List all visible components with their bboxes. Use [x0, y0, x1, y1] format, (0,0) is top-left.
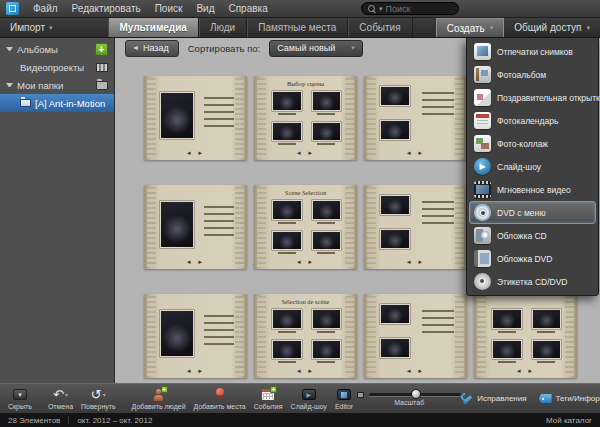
dvd-template-thumbnail[interactable]: Scene Selection — [254, 185, 357, 269]
import-label: Импорт — [10, 22, 45, 33]
dvd-template-thumbnail[interactable]: Выбор сцены — [254, 76, 357, 160]
sort-by-label: Сортировать по: — [188, 43, 260, 54]
create-menu-item[interactable]: Слайд-шоу — [469, 155, 596, 178]
scene-boxes — [272, 91, 341, 145]
create-menu-item[interactable]: Фотокалендарь — [469, 109, 596, 132]
create-menu: Отпечатки снимковФотоальбомПоздравительн… — [466, 38, 599, 296]
dvd-template-thumbnail[interactable]: Sélection de scène — [254, 294, 357, 378]
nav-arrows-icon — [144, 368, 247, 374]
bottom-toolbar: Скрыть Отмена Повернуть Добавить людей Д… — [0, 383, 600, 413]
main-tab[interactable]: События — [348, 18, 412, 37]
create-menu-item[interactable]: Мгновенное видео — [469, 178, 596, 201]
search-placeholder: Поиск — [386, 4, 411, 14]
create-menu-item[interactable]: Фотоальбом — [469, 63, 596, 86]
editor-button[interactable]: Editor — [331, 388, 357, 410]
share-button[interactable]: Общий доступ — [504, 18, 600, 37]
template-photo-placeholder — [160, 201, 194, 248]
template-photo-placeholder — [312, 91, 342, 111]
add-events-button[interactable]: События — [250, 388, 287, 410]
template-photo-placeholder — [380, 338, 410, 358]
template-photo-placeholder — [272, 200, 302, 220]
catalog-name: Мой каталог — [546, 416, 592, 425]
main-tab[interactable]: Люди — [199, 18, 247, 37]
sidebar-folder-item[interactable]: [A] Ant-in-Motion — [0, 94, 114, 112]
editor-icon — [337, 389, 351, 400]
caption-line — [537, 331, 555, 333]
scene-cell — [532, 309, 562, 333]
add-places-button[interactable]: Добавить места — [190, 388, 250, 410]
undo-caret-icon[interactable] — [65, 391, 68, 398]
menu-bar: ФайлРедактироватьПоискВидСправка Поиск — [0, 0, 600, 18]
main-tab[interactable]: Мультимедиа — [108, 18, 198, 37]
dvd-template-thumbnail[interactable] — [364, 76, 467, 160]
create-menu-item[interactable]: Отпечатки снимков — [469, 40, 596, 63]
search-input[interactable]: Поиск — [361, 2, 459, 15]
create-button[interactable]: Создать — [436, 18, 505, 37]
caption-line — [317, 222, 335, 224]
dvd-template-thumbnail[interactable] — [364, 294, 467, 378]
albums-header[interactable]: Альбомы — [0, 40, 114, 58]
zoom-slider-knob[interactable] — [411, 389, 421, 399]
undo-button[interactable]: Отмена — [44, 388, 77, 410]
rotate-button[interactable]: Повернуть — [77, 388, 120, 410]
folder-label: [A] Ant-in-Motion — [35, 98, 105, 109]
template-photo-placeholder — [492, 340, 522, 360]
main-tab[interactable]: Памятные места — [247, 18, 348, 37]
sort-by-dropdown[interactable]: Самый новый — [269, 40, 363, 57]
nav-arrows-icon — [254, 368, 357, 374]
dvd-template-thumbnail[interactable] — [144, 76, 247, 160]
folder-view-icon[interactable] — [96, 81, 108, 90]
scene-boxes — [272, 309, 341, 363]
slideshow-button[interactable]: Слайд-шоу — [287, 388, 331, 410]
create-menu-item[interactable]: Обложка DVD — [469, 247, 596, 270]
my-folders-header[interactable]: Мои папки — [0, 76, 114, 94]
template-photo-placeholder — [380, 86, 410, 106]
menubar-item[interactable]: Редактировать — [65, 1, 148, 16]
nav-arrows-icon — [144, 259, 247, 265]
tab-bar: Импорт МультимедиаЛюдиПамятные местаСобы… — [0, 18, 600, 38]
dvd-template-thumbnail[interactable] — [144, 294, 247, 378]
template-photo-placeholder — [492, 309, 522, 329]
menubar-item[interactable]: Файл — [26, 1, 65, 16]
search-scope-caret-icon[interactable] — [379, 5, 383, 13]
nav-arrows-icon — [254, 259, 357, 265]
create-menu-item-label: Фото-коллаж — [497, 139, 548, 149]
disclosure-triangle-icon[interactable] — [6, 83, 13, 87]
import-button[interactable]: Импорт — [0, 18, 62, 37]
add-places-icon — [215, 388, 225, 401]
dvd-template-thumbnail[interactable] — [474, 294, 577, 378]
menubar-item[interactable]: Справка — [221, 1, 274, 16]
create-menu-item[interactable]: Этикетка CD/DVD — [469, 270, 596, 293]
zoom-out-icon[interactable] — [357, 392, 364, 398]
status-bar: 28 Элементов окт. 2012 – окт. 2012 Мой к… — [0, 413, 600, 427]
create-menu-item[interactable]: Фото-коллаж — [469, 132, 596, 155]
back-button[interactable]: Назад — [125, 40, 179, 57]
add-people-button[interactable]: Добавить людей — [128, 388, 190, 410]
nav-arrows-icon — [254, 150, 357, 156]
template-photo-placeholder — [312, 309, 342, 329]
caption-line — [278, 331, 296, 333]
caption-line — [317, 331, 335, 333]
create-menu-item[interactable]: Обложка CD — [469, 224, 596, 247]
create-menu-item[interactable]: Поздравительная открытка — [469, 86, 596, 109]
rotate-caret-icon[interactable] — [103, 391, 106, 398]
create-menu-item-label: Обложка DVD — [497, 254, 552, 264]
editor-label: Editor — [335, 403, 353, 410]
dvd-template-thumbnail[interactable] — [364, 185, 467, 269]
hide-button[interactable]: Скрыть — [4, 388, 36, 410]
text-lines — [422, 92, 454, 120]
caption-line — [317, 113, 335, 115]
status-divider — [68, 416, 69, 424]
sort-by-value: Самый новый — [277, 43, 335, 53]
disclosure-triangle-icon[interactable] — [6, 47, 13, 51]
instant-fix-button[interactable]: Исправления — [461, 393, 526, 405]
menubar-item[interactable]: Вид — [189, 1, 221, 16]
create-menu-item[interactable]: DVD с меню — [469, 201, 596, 224]
template-photo-placeholder — [532, 340, 562, 360]
add-album-button[interactable] — [95, 43, 108, 56]
dvd-template-thumbnail[interactable] — [144, 185, 247, 269]
zoom-slider[interactable] — [369, 393, 461, 396]
sidebar-item-video-projects[interactable]: Видеопроекты — [0, 58, 114, 76]
menubar-item[interactable]: Поиск — [148, 1, 190, 16]
tags-info-button[interactable]: Теги/Информ... — [539, 394, 600, 403]
